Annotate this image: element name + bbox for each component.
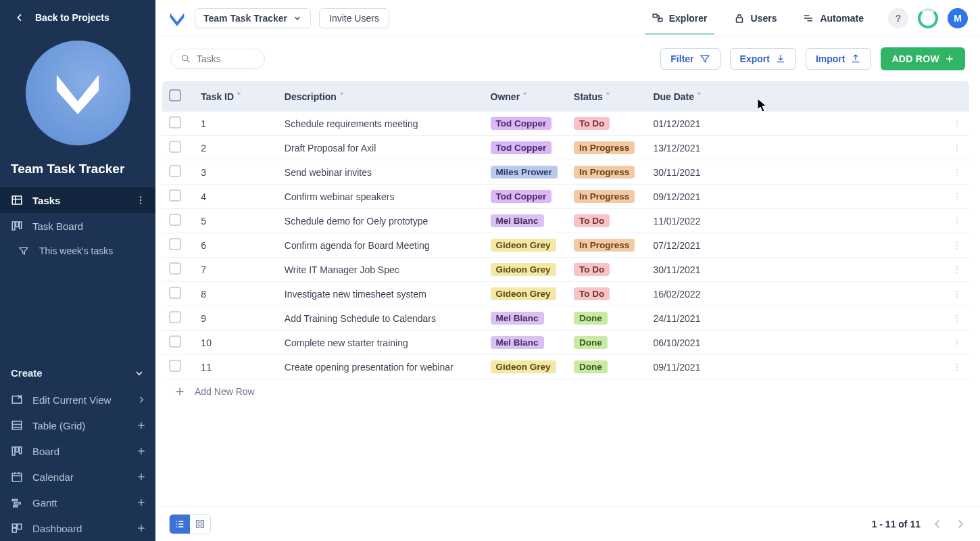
table-row[interactable]: 2Draft Proposal for AxilTod CopperIn Pro… [162,136,969,160]
cell-task-id: 10 [194,331,278,355]
row-checkbox[interactable] [162,282,194,306]
svg-point-48 [956,318,958,319]
header-checkbox[interactable] [162,81,194,112]
row-actions[interactable] [946,112,969,136]
create-edit-current-view[interactable]: Edit Current View [0,387,155,413]
create-item-label: Table (Grid) [32,420,85,431]
table-wrap: Task ID˅ Description˅ Owner˅ Status˅ Due… [155,81,980,507]
create-gantt[interactable]: Gantt [0,490,155,515]
row-checkbox[interactable] [162,209,194,233]
svg-point-41 [956,266,958,267]
upload-icon [850,53,861,64]
topnav-explorer[interactable]: Explorer [649,3,710,34]
table-row[interactable]: 5Schedule demo for Oely prototypeMel Bla… [162,209,969,233]
col-description[interactable]: Description˅ [278,81,484,112]
row-actions[interactable] [946,331,969,355]
table-row[interactable]: 3Send webinar invitesMiles ProwerIn Prog… [162,160,969,185]
project-selector[interactable]: Team Task Tracker [195,8,311,28]
row-checkbox[interactable] [162,306,194,331]
create-item-label: Edit Current View [32,394,111,406]
svg-rect-59 [201,525,203,527]
main: Team Task Tracker Invite Users ExplorerU… [155,0,980,541]
table-row[interactable]: 8Investigate new timesheet systemGideon … [162,282,969,306]
row-checkbox[interactable] [162,355,194,379]
grid-view-toggle[interactable] [190,515,210,534]
add-new-row[interactable]: Add New Row [162,379,976,404]
import-button[interactable]: Import [806,48,872,70]
col-duedate[interactable]: Due Date˅ [646,81,946,112]
kebab-icon[interactable] [135,195,146,206]
row-checkbox[interactable] [162,331,194,355]
chevron-left-icon [12,12,27,23]
cell-task-id: 2 [194,136,278,160]
sidebar-item-this-week-s-tasks[interactable]: This week's tasks [0,239,155,263]
cell-duedate: 09/11/2021 [646,355,946,379]
svg-rect-18 [12,528,16,532]
row-checkbox[interactable] [162,258,194,282]
table-row[interactable]: 6Confirm agenda for Board MeetingGideon … [162,233,969,258]
export-button[interactable]: Export [730,48,796,70]
create-calendar[interactable]: Calendar [0,464,155,490]
table-row[interactable]: 11Create opening presentation for webina… [162,355,969,379]
search-input-wrap[interactable] [170,49,265,69]
table-row[interactable]: 1Schedule requirements meetingTod Copper… [162,112,969,136]
row-actions[interactable] [946,136,969,160]
prev-page[interactable] [931,518,944,530]
row-actions[interactable] [946,209,969,233]
row-checkbox[interactable] [162,185,194,209]
col-task-id[interactable]: Task ID˅ [194,81,278,112]
row-actions[interactable] [946,233,969,258]
create-table-grid-[interactable]: Table (Grid) [0,413,155,438]
svg-rect-58 [197,525,199,527]
sidebar-item-task-board[interactable]: Task Board [0,213,155,239]
search-input[interactable] [197,53,251,64]
list-view-toggle[interactable] [170,515,190,534]
sidebar-item-tasks[interactable]: Tasks [0,187,155,213]
table-row[interactable]: 10Complete new starter trainingMel Blanc… [162,331,969,355]
topnav-users[interactable]: Users [731,3,780,34]
create-board[interactable]: Board [0,438,155,464]
topnav-automate[interactable]: Automate [800,3,866,34]
cell-duedate: 13/12/2021 [646,136,946,160]
col-owner[interactable]: Owner˅ [484,81,568,112]
row-checkbox[interactable] [162,112,194,136]
view-type-icon [9,471,24,483]
table-row[interactable]: 9Add Training Schedule to CalendarsMel B… [162,306,969,331]
row-actions[interactable] [946,185,969,209]
table-row[interactable]: 7Write IT Manager Job SpecGideon GreyTo … [162,258,969,282]
cell-duedate: 11/01/2022 [646,209,946,233]
progress-ring-icon [918,8,938,28]
cell-description: Write IT Manager Job Spec [278,258,484,282]
help-button[interactable]: ? [888,8,908,28]
create-header[interactable]: Create [0,359,155,387]
row-checkbox[interactable] [162,233,194,258]
cell-task-id: 3 [194,160,278,185]
next-page[interactable] [954,518,966,530]
cell-task-id: 4 [194,185,278,209]
col-status[interactable]: Status˅ [567,81,646,112]
svg-point-38 [956,241,958,243]
row-checkbox[interactable] [162,160,194,185]
row-actions[interactable] [946,160,969,185]
svg-point-51 [956,342,958,344]
cell-description: Create opening presentation for webinar [278,355,484,379]
filter-button[interactable]: Filter [660,48,720,70]
user-avatar[interactable]: M [948,8,968,28]
cell-duedate: 30/11/2021 [646,160,946,185]
row-actions[interactable] [946,258,969,282]
row-actions[interactable] [946,306,969,331]
invite-users-button[interactable]: Invite Users [319,8,389,28]
svg-point-35 [956,217,958,218]
add-row-button[interactable]: ADD ROW [881,47,965,70]
row-checkbox[interactable] [162,136,194,160]
sort-icon: ˅ [339,91,344,102]
svg-point-3 [140,202,141,204]
cell-owner: Mel Blanc [484,331,568,355]
create-dashboard[interactable]: Dashboard [0,515,155,541]
cell-description: Add Training Schedule to Calendars [278,306,484,331]
back-to-projects[interactable]: Back to Projects [0,0,155,35]
cell-duedate: 16/02/2022 [646,282,946,306]
table-row[interactable]: 4Confirm webinar speakersTod CopperIn Pr… [162,185,969,209]
row-actions[interactable] [946,282,969,306]
row-actions[interactable] [946,355,969,379]
